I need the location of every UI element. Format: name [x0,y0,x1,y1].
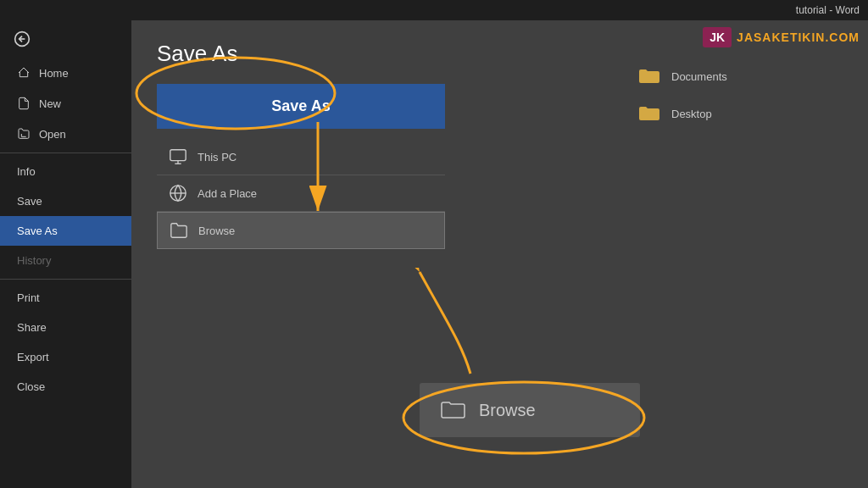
sidebar: Home New Open Info Save Save As [0,20,131,488]
desktop-label: Desktop [671,108,712,120]
watermark: JK JASAKETIKIN.COM [703,27,860,47]
sidebar-item-home[interactable]: Home [0,58,131,88]
sidebar-divider-2 [0,279,131,280]
watermark-badge: JK [703,27,732,47]
location-add-place[interactable]: Add a Place [157,175,445,212]
browse-large-label: Browse [479,401,536,420]
save-as-button[interactable]: Save As [157,84,445,129]
history-label: History [17,254,51,267]
location-this-pc[interactable]: This PC [157,139,445,175]
sidebar-item-print[interactable]: Print [0,283,131,313]
watermark-badge-text: JK [709,30,725,44]
globe-icon [169,184,187,202]
main-content: JK JASAKETIKIN.COM Save As Save As This … [131,20,868,488]
share-label: Share [17,321,47,334]
recent-folders: Documents Desktop [614,41,868,149]
save-as-label: Save As [17,225,58,237]
open-icon [17,127,31,141]
sidebar-divider-1 [0,152,131,153]
browse-folder-icon [170,221,188,240]
add-place-label: Add a Place [198,187,257,200]
info-label: Info [17,165,36,178]
sidebar-item-share[interactable]: Share [0,313,131,342]
pc-icon [169,147,187,166]
location-browse[interactable]: Browse [157,212,445,249]
save-label: Save [17,195,42,208]
this-pc-label: This PC [198,151,236,164]
watermark-url: JASAKETIKIN.COM [737,30,860,44]
new-icon [17,97,31,110]
desktop-folder-icon [637,103,661,124]
open-label: Open [39,128,66,141]
browse-large-icon [440,398,467,422]
home-label: Home [39,67,69,80]
browse-large-button[interactable]: Browse [420,383,640,437]
sidebar-item-history: History [0,246,131,275]
folder-documents[interactable]: Documents [631,58,851,95]
documents-label: Documents [671,70,727,83]
print-label: Print [17,291,40,304]
back-button[interactable] [0,20,131,58]
home-icon [17,66,31,80]
sidebar-item-open[interactable]: Open [0,119,131,149]
location-list: This PC Add a Place Browse [157,139,445,249]
title-bar: tutorial - Word [0,0,868,20]
sidebar-item-info[interactable]: Info [0,157,131,186]
svg-rect-4 [170,150,186,161]
new-label: New [39,97,61,110]
export-label: Export [17,351,49,363]
sidebar-item-new[interactable]: New [0,88,131,119]
back-icon [14,30,31,47]
browse-label: Browse [198,225,235,237]
app-body: Home New Open Info Save Save As [0,20,868,488]
documents-folder-icon [637,66,661,86]
title-text: tutorial - Word [796,4,860,16]
folder-desktop[interactable]: Desktop [631,95,851,132]
sidebar-item-save[interactable]: Save [0,186,131,216]
sidebar-item-export[interactable]: Export [0,342,131,372]
sidebar-item-save-as[interactable]: Save As [0,216,131,246]
annotation-arrow-up [411,268,496,378]
sidebar-item-close[interactable]: Close [0,372,131,402]
close-label: Close [17,380,45,393]
